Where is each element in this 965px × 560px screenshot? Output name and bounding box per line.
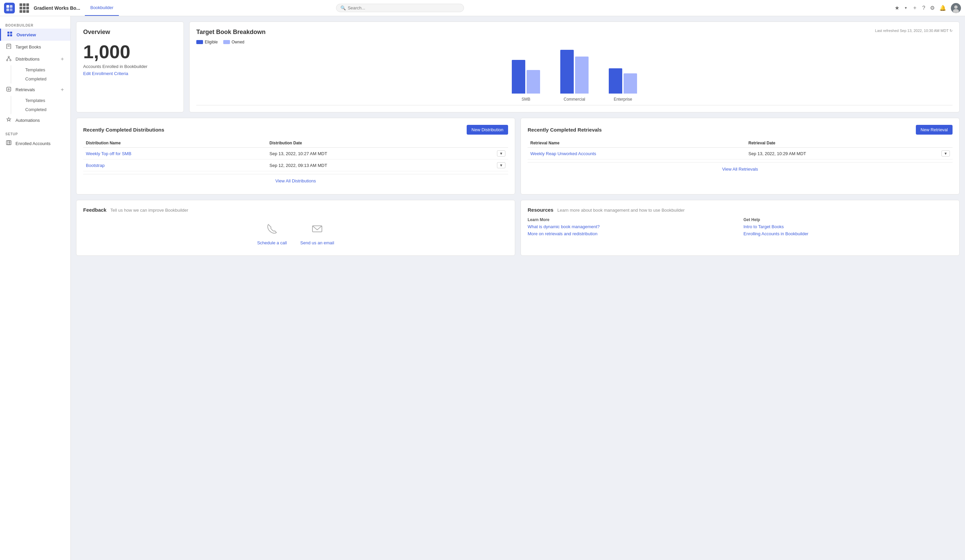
- send-email-link[interactable]: Send us an email: [300, 240, 334, 245]
- bar-label: SMB: [522, 97, 530, 102]
- ret-date-cell: Sep 13, 2022, 10:29 AM MDT: [746, 148, 939, 160]
- distributions-add-icon[interactable]: ＋: [60, 56, 65, 63]
- svg-rect-8: [10, 32, 12, 34]
- resource-link-dynamic[interactable]: What is dynamic book management?: [528, 224, 737, 229]
- dist-col-name: Distribution Name: [83, 139, 267, 148]
- feedback-subtitle: Tell us how we can improve Bookbuilder: [110, 207, 188, 213]
- schedule-call-action[interactable]: Schedule a call: [257, 223, 287, 245]
- ret-title: Recently Completed Retrievals: [528, 127, 602, 132]
- ret-header: Recently Completed Retrievals New Retrie…: [528, 125, 952, 135]
- tab-bookbuilder[interactable]: Bookbuilder: [85, 0, 119, 16]
- help-icon[interactable]: ?: [922, 5, 925, 11]
- sidebar-item-ret-templates[interactable]: Templates: [11, 96, 70, 105]
- bar-eligible: [560, 50, 574, 93]
- bar-owned: [575, 57, 589, 93]
- dist-name-link[interactable]: Weekly Top off for SMB: [86, 151, 131, 156]
- phone-icon: [266, 223, 278, 238]
- star-icon[interactable]: ★: [895, 5, 900, 11]
- view-all-ret-link[interactable]: View All Retrievals: [722, 167, 758, 171]
- retrievals-panel: Recently Completed Retrievals New Retrie…: [520, 118, 960, 194]
- chart-panel: Target Book Breakdown Last refreshed Sep…: [189, 21, 960, 113]
- search-bar[interactable]: 🔍: [336, 4, 464, 12]
- sidebar-item-label: Target Books: [15, 44, 41, 49]
- sidebar-item-target-books[interactable]: Target Books: [0, 41, 70, 53]
- resources-panel: Resources Learn more about book manageme…: [520, 200, 960, 256]
- overview-count-label: Accounts Enrolled in Bookbuilder: [83, 64, 177, 69]
- retrievals-add-icon[interactable]: ＋: [60, 86, 65, 93]
- app-logo[interactable]: [4, 3, 15, 13]
- feedback-panel: Feedback Tell us how we can improve Book…: [76, 200, 515, 256]
- svg-rect-1: [10, 5, 13, 8]
- svg-rect-0: [7, 5, 9, 8]
- view-all-distributions[interactable]: View All Distributions: [83, 174, 508, 188]
- sidebar-item-overview[interactable]: Overview: [0, 29, 70, 41]
- sidebar-item-retrievals[interactable]: Retrievals ＋: [0, 83, 70, 96]
- sidebar-item-enrolled-accounts[interactable]: Enrolled Accounts: [0, 137, 70, 149]
- dist-header: Recently Completed Distributions New Dis…: [83, 125, 508, 135]
- chart-refresh[interactable]: Last refreshed Sep 13, 2022, 10:30 AM MD…: [875, 29, 952, 33]
- ret-name-link[interactable]: Weekly Reap Unworked Accounts: [530, 151, 596, 156]
- new-retrieval-button[interactable]: New Retrieval: [916, 125, 952, 135]
- email-action[interactable]: Send us an email: [300, 223, 334, 245]
- dist-dropdown-button[interactable]: ▼: [497, 150, 505, 157]
- sidebar-item-automations[interactable]: Automations: [0, 114, 70, 126]
- ret-col-date: Retrieval Date: [746, 139, 939, 148]
- ret-tree: Templates Completed: [11, 96, 70, 114]
- edit-enrollment-link[interactable]: Edit Enrollment Criteria: [83, 71, 177, 76]
- sidebar-item-dist-completed[interactable]: Completed: [11, 74, 70, 83]
- chart-group-smb: SMB: [512, 60, 540, 102]
- resource-link-enrolling[interactable]: Enrolling Accounts in Bookbuilder: [743, 231, 952, 236]
- ret-action-cell: ▼: [939, 148, 952, 160]
- ret-dropdown-button[interactable]: ▼: [941, 150, 950, 157]
- dist-col-date: Distribution Date: [267, 139, 494, 148]
- ret-col-name: Retrieval Name: [528, 139, 746, 148]
- distributions-icon: [5, 56, 12, 63]
- search-input[interactable]: [348, 5, 460, 10]
- chart-header: Target Book Breakdown Last refreshed Sep…: [196, 29, 952, 36]
- sidebar-item-label: Retrievals: [15, 87, 35, 92]
- feedback-title: Feedback: [83, 207, 106, 213]
- learn-more-col: Learn More What is dynamic book manageme…: [528, 217, 737, 238]
- notifications-icon[interactable]: 🔔: [939, 5, 946, 11]
- sidebar: BOOKBUILDER Overview Target Books Distri…: [0, 16, 71, 560]
- schedule-call-link[interactable]: Schedule a call: [257, 240, 287, 245]
- sidebar-item-ret-completed[interactable]: Completed: [11, 105, 70, 114]
- bar-owned: [623, 73, 637, 93]
- bar-label: Commercial: [564, 97, 585, 102]
- sidebar-item-distributions[interactable]: Distributions ＋: [0, 53, 70, 65]
- dist-date-cell: Sep 13, 2022, 10:27 AM MDT: [267, 148, 494, 160]
- refresh-label: Last refreshed Sep 13, 2022, 10:30 AM MD…: [875, 29, 949, 33]
- sidebar-item-label: Automations: [15, 118, 40, 123]
- automations-icon: [5, 117, 12, 124]
- dist-date-cell: Sep 12, 2022, 09:13 AM MDT: [267, 160, 494, 171]
- sidebar-item-label: Overview: [16, 32, 36, 38]
- view-all-dist-link[interactable]: View All Distributions: [275, 178, 316, 183]
- chart-legend: Eligible Owned: [196, 40, 952, 44]
- chart-group-commercial: Commercial: [560, 50, 589, 102]
- ret-col-action: [939, 139, 952, 148]
- dist-dropdown-button[interactable]: ▼: [497, 162, 505, 168]
- resource-link-intro[interactable]: Intro to Target Books: [743, 224, 952, 229]
- new-distribution-button[interactable]: New Distribution: [467, 125, 508, 135]
- add-icon[interactable]: ＋: [912, 4, 918, 11]
- overview-panel: Overview 1,000 Accounts Enrolled in Book…: [76, 21, 184, 113]
- retrievals-icon: [5, 87, 12, 93]
- svg-rect-22: [8, 141, 11, 145]
- dist-name-link[interactable]: Bootstrap: [86, 163, 105, 168]
- email-icon: [311, 223, 323, 238]
- bar-pair: [512, 60, 540, 93]
- target-books-icon: [5, 43, 12, 50]
- view-all-retrievals[interactable]: View All Retrievals: [528, 162, 952, 176]
- svg-rect-9: [7, 34, 10, 36]
- sidebar-item-label: Enrolled Accounts: [15, 141, 51, 146]
- settings-icon[interactable]: ⚙: [930, 5, 935, 11]
- sidebar-item-dist-templates[interactable]: Templates: [11, 65, 70, 74]
- svg-rect-3: [10, 8, 13, 11]
- rating-dropdown-icon[interactable]: ▼: [904, 6, 908, 10]
- grid-icon[interactable]: [20, 3, 29, 13]
- avatar[interactable]: [951, 3, 961, 13]
- resource-link-retrievals[interactable]: More on retrievals and redistribution: [528, 231, 737, 236]
- dist-action-cell: ▼: [494, 148, 508, 160]
- svg-point-14: [8, 56, 10, 57]
- refresh-icon[interactable]: ↻: [950, 29, 952, 33]
